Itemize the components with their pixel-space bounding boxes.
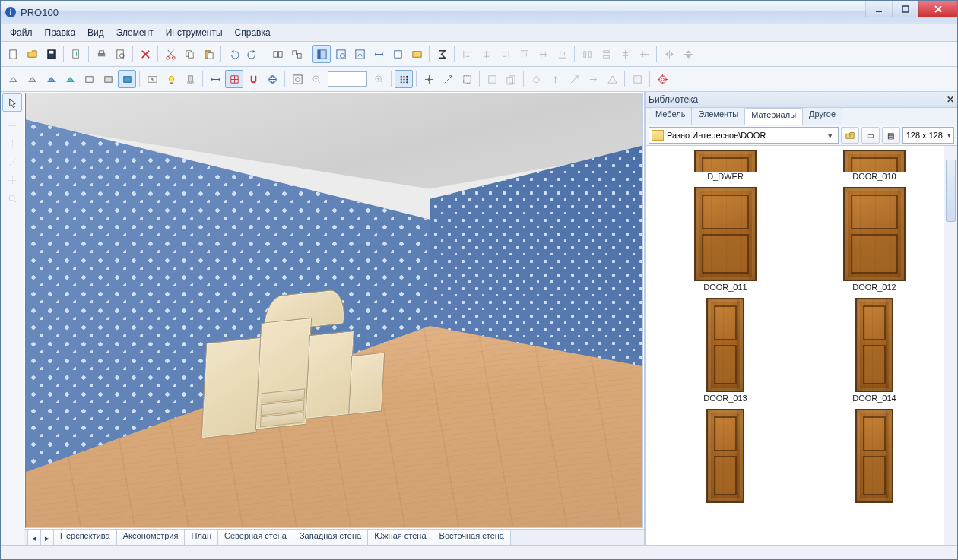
view-a-icon[interactable]: ▭ — [861, 127, 880, 144]
snap-grid-icon[interactable] — [395, 70, 413, 88]
zoom-fit-icon[interactable] — [288, 70, 306, 88]
lib-tab-other[interactable]: Другое — [802, 107, 842, 125]
zoom-out-icon[interactable] — [307, 70, 325, 88]
menu-view[interactable]: Вид — [81, 25, 110, 40]
library-item[interactable]: DOOR_012 — [810, 185, 939, 292]
view-hidden-icon[interactable] — [23, 70, 41, 88]
flip-v-icon[interactable] — [679, 45, 697, 63]
import-icon[interactable] — [67, 45, 85, 63]
snap-point-icon[interactable] — [420, 70, 438, 88]
group-icon[interactable] — [268, 45, 287, 63]
furniture-model[interactable] — [201, 283, 387, 445]
menu-edit[interactable]: Правка — [39, 25, 82, 40]
library-item[interactable] — [810, 407, 939, 505]
view-tab-east[interactable]: Восточная стена — [433, 529, 511, 545]
library-item[interactable]: DOOR_013 — [661, 296, 790, 403]
3d-viewport[interactable] — [25, 93, 643, 528]
move-diag-icon[interactable] — [565, 70, 583, 88]
transform-a-icon[interactable] — [483, 70, 501, 88]
distribute-b-icon[interactable] — [597, 45, 615, 63]
minimize-button[interactable] — [865, 1, 892, 17]
distribute-c-icon[interactable] — [616, 45, 634, 63]
panel-a-icon[interactable] — [312, 45, 331, 63]
view-tab-north[interactable]: Северная стена — [217, 529, 293, 545]
warning-icon[interactable] — [603, 70, 621, 88]
rotate-icon[interactable] — [527, 70, 545, 88]
library-item[interactable]: D_DWER — [661, 149, 790, 181]
library-path-combo[interactable]: Разно Интересное\DOOR ▾ — [649, 127, 839, 144]
copy-icon[interactable] — [180, 45, 198, 63]
ungroup-icon[interactable] — [287, 45, 306, 63]
flip-h-icon[interactable] — [660, 45, 678, 63]
align-d-icon[interactable] — [515, 45, 533, 63]
view-tab-south[interactable]: Южная стена — [367, 529, 433, 545]
lib-tab-elements[interactable]: Элементы — [691, 107, 745, 125]
grid-icon[interactable] — [225, 70, 243, 88]
align-a-icon[interactable] — [458, 45, 476, 63]
thumbnail-size-select[interactable]: 128 x 128 — [902, 127, 954, 144]
cursor-tool-icon[interactable] — [2, 93, 22, 112]
new-icon[interactable] — [4, 45, 22, 63]
lib-tab-materials[interactable]: Материалы — [744, 108, 803, 125]
panel-b-icon[interactable] — [331, 45, 350, 63]
menu-element[interactable]: Элемент — [110, 25, 160, 40]
snap-box-icon[interactable] — [458, 70, 476, 88]
align-f-icon[interactable] — [553, 45, 571, 63]
lock-axis-icon[interactable] — [2, 171, 22, 189]
menu-file[interactable]: Файл — [4, 25, 39, 40]
library-close-icon[interactable]: ✕ — [947, 94, 954, 105]
library-scrollbar[interactable] — [944, 146, 957, 545]
ortho-y-icon[interactable] — [2, 134, 22, 153]
cut-icon[interactable] — [161, 45, 179, 63]
panel-e-icon[interactable] — [389, 45, 407, 63]
dim-h-icon[interactable] — [206, 70, 224, 88]
menu-help[interactable]: Справка — [229, 25, 277, 40]
toggle-text-icon[interactable]: a — [143, 70, 161, 88]
panel-d-icon[interactable] — [370, 45, 388, 63]
target-icon[interactable] — [653, 70, 671, 88]
align-c-icon[interactable] — [496, 45, 514, 63]
undo-icon[interactable] — [224, 45, 243, 63]
open-icon[interactable] — [23, 45, 41, 63]
library-item[interactable] — [661, 407, 790, 505]
ortho-z-icon[interactable] — [2, 153, 22, 171]
print-preview-icon[interactable] — [111, 45, 129, 63]
toggle-light-icon[interactable] — [162, 70, 180, 88]
align-e-icon[interactable] — [534, 45, 552, 63]
lib-tab-furniture[interactable]: Мебель — [649, 107, 692, 125]
snap-icon[interactable] — [244, 70, 262, 88]
library-item[interactable]: DOOR_014 — [810, 296, 939, 403]
close-button[interactable] — [918, 1, 957, 17]
up-folder-icon[interactable] — [841, 127, 859, 144]
maximize-button[interactable] — [892, 1, 918, 17]
zoom-in-icon[interactable] — [370, 70, 388, 88]
transform-b-icon[interactable] — [502, 70, 520, 88]
globe-icon[interactable] — [263, 70, 281, 88]
ortho-x-icon[interactable] — [2, 116, 22, 134]
view-tab-next[interactable]: ▸ — [40, 529, 54, 545]
snap-arrow-icon[interactable] — [439, 70, 457, 88]
view-tab-perspective[interactable]: Перспектива — [53, 529, 117, 545]
view-tab-plan[interactable]: План — [184, 529, 218, 545]
panel-c-icon[interactable] — [351, 45, 369, 63]
sigma-icon[interactable] — [433, 45, 451, 63]
save-icon[interactable] — [42, 45, 60, 63]
view-shade-teal-icon[interactable] — [61, 70, 79, 88]
paste-icon[interactable] — [199, 45, 217, 63]
print-icon[interactable] — [92, 45, 110, 63]
view-b-icon[interactable]: ▤ — [882, 127, 900, 144]
view-tab-west[interactable]: Западная стена — [293, 529, 368, 545]
search-tool-icon[interactable] — [2, 189, 22, 207]
redo-icon[interactable] — [243, 45, 262, 63]
toggle-shadow-icon[interactable] — [181, 70, 199, 88]
library-grid[interactable]: D_DWERDOOR_010DOOR_011DOOR_012DOOR_013DO… — [646, 146, 957, 545]
view-outline-b-icon[interactable] — [99, 70, 117, 88]
library-item[interactable]: DOOR_010 — [810, 149, 939, 181]
move-up-icon[interactable] — [546, 70, 564, 88]
panel-f-icon[interactable] — [408, 45, 426, 63]
delete-icon[interactable] — [136, 45, 154, 63]
view-solid-icon[interactable] — [118, 70, 136, 88]
menu-tools[interactable]: Инструменты — [160, 25, 229, 40]
distribute-d-icon[interactable] — [635, 45, 653, 63]
align-b-icon[interactable] — [477, 45, 495, 63]
